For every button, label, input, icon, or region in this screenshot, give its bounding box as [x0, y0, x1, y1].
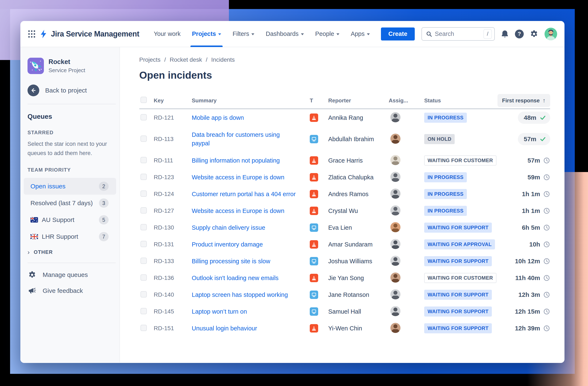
assignee-avatar[interactable] [390, 189, 400, 199]
give-feedback-button[interactable]: Give feedback [27, 287, 116, 295]
issue-summary-link[interactable]: Supply chain delivery issue [192, 223, 265, 232]
help-icon[interactable]: ? [515, 30, 524, 39]
assignee-avatar[interactable] [390, 205, 400, 215]
issue-summary-link[interactable]: Laptop screen has stopped working [192, 290, 288, 299]
sidebar-item-open-issues[interactable]: Open issues 2 [24, 178, 116, 195]
issue-summary-link[interactable]: Customer return portal has a 404 error [192, 190, 296, 198]
table-row[interactable]: RD-111 Billing information not populatin… [139, 152, 550, 169]
notifications-bell-icon[interactable] [501, 30, 509, 38]
issue-type-icon [310, 207, 318, 215]
sidebar-item-lhr-support[interactable]: LHR Support 7 [24, 228, 116, 245]
issue-summary-link[interactable]: Product inventory damage [192, 240, 263, 249]
table-row[interactable]: RD-130 Supply chain delivery issue Eva L… [139, 219, 550, 236]
row-checkbox[interactable] [141, 308, 147, 314]
sidebar-item-au-support[interactable]: AU Support 5 [24, 212, 116, 228]
row-checkbox[interactable] [141, 207, 147, 213]
table-row[interactable]: RD-151 Unusual login behaviour Yi-Wen Ch… [139, 320, 550, 337]
row-checkbox[interactable] [141, 325, 147, 331]
issue-summary-link[interactable]: Unusual login behaviour [192, 324, 257, 333]
issue-summary-link[interactable]: Website access in Europe is down [192, 207, 284, 215]
nav-apps[interactable]: Apps [345, 21, 376, 47]
column-header-reporter[interactable]: Reporter [328, 97, 389, 104]
column-header-status[interactable]: Status [424, 97, 494, 104]
settings-gear-icon[interactable] [530, 30, 538, 39]
column-header-first-response[interactable]: First response ↑ [498, 94, 550, 107]
assignee-avatar[interactable] [390, 323, 400, 333]
issue-type-icon [310, 156, 318, 165]
chevron-down-icon [251, 33, 254, 35]
row-checkbox[interactable] [141, 291, 147, 297]
table-row[interactable]: RD-145 Laptop won’t turn on Samuel Hall … [139, 303, 550, 320]
column-header-summary[interactable]: Summary [192, 97, 310, 104]
row-checkbox[interactable] [141, 174, 147, 180]
nav-projects[interactable]: Projects [186, 21, 227, 47]
nav-filters[interactable]: Filters [227, 21, 260, 47]
table-row[interactable]: RD-123 Website access in Europe is down … [139, 169, 550, 186]
assignee-avatar[interactable] [390, 272, 400, 283]
issue-summary-link[interactable]: Website access in Europe is down [192, 173, 284, 182]
row-checkbox[interactable] [141, 224, 147, 230]
back-to-project-button[interactable]: Back to project [27, 85, 116, 96]
clock-icon [543, 157, 550, 164]
issue-summary-link[interactable]: Data breach for customers using paypal [192, 131, 282, 148]
uk-flag-icon [30, 234, 38, 239]
assignee-avatar[interactable] [390, 134, 400, 144]
row-checkbox[interactable] [141, 114, 147, 120]
status-badge: ON HOLD [424, 134, 455, 144]
megaphone-icon [27, 287, 37, 295]
first-response-time: 57m [527, 157, 540, 164]
assignee-avatar[interactable] [390, 256, 400, 266]
issue-key: RD-145 [154, 308, 192, 315]
nav-people[interactable]: People [310, 21, 345, 47]
column-header-key[interactable]: Key [154, 97, 192, 104]
column-header-type[interactable]: T [310, 97, 328, 104]
row-checkbox[interactable] [141, 258, 147, 264]
table-row[interactable]: RD-140 Laptop screen has stopped working… [139, 286, 550, 303]
issue-summary-link[interactable]: Billing processing site is slow [192, 257, 270, 266]
user-avatar[interactable] [544, 27, 557, 40]
row-checkbox[interactable] [141, 157, 147, 163]
row-checkbox[interactable] [141, 241, 147, 247]
breadcrumb-projects[interactable]: Projects [139, 57, 160, 63]
assignee-avatar[interactable] [390, 155, 400, 165]
assignee-avatar[interactable] [390, 172, 400, 182]
table-row[interactable]: RD-136 Outlook isn't loading new emails … [139, 270, 550, 286]
breadcrumb-incidents[interactable]: Incidents [211, 57, 235, 63]
row-checkbox[interactable] [141, 274, 147, 281]
gear-icon [27, 270, 37, 279]
sidebar-item-resolved[interactable]: Resolved (last 7 days) 3 [24, 195, 116, 212]
reporter-name: Annika Rang [328, 114, 389, 121]
table-row[interactable]: RD-121 Mobile app is down Annika Rang IN… [139, 109, 550, 126]
breadcrumb-rocket-desk[interactable]: Rocket desk [170, 57, 202, 63]
issue-summary-link[interactable]: Mobile app is down [192, 114, 244, 122]
row-checkbox[interactable] [141, 191, 147, 197]
nav-your-work[interactable]: Your work [148, 21, 186, 47]
issue-summary-link[interactable]: Outlook isn't loading new emails [192, 274, 278, 282]
nav-dashboards[interactable]: Dashboards [260, 21, 309, 47]
jira-logo[interactable]: Jira Service Management [39, 29, 139, 39]
assignee-avatar[interactable] [390, 112, 400, 122]
issue-type-icon [310, 173, 318, 181]
table-row[interactable]: RD-127 Website access in Europe is down … [139, 202, 550, 219]
column-header-assignee[interactable]: Assig... [389, 97, 424, 104]
incident-cone-icon [311, 191, 317, 197]
manage-queues-button[interactable]: Manage queues [27, 270, 116, 279]
select-all-checkbox[interactable] [141, 97, 147, 103]
create-button[interactable]: Create [381, 27, 415, 40]
issue-summary-link[interactable]: Laptop won’t turn on [192, 307, 247, 316]
assignee-avatar[interactable] [390, 222, 400, 232]
table-row[interactable]: RD-131 Product inventory damage Amar Sun… [139, 236, 550, 253]
starred-heading: STARRED [27, 130, 116, 135]
table-row[interactable]: RD-124 Customer return portal has a 404 … [139, 186, 550, 202]
app-switcher-icon[interactable] [27, 29, 37, 39]
sidebar-item-other[interactable]: › OTHER [27, 249, 116, 255]
table-row[interactable]: RD-133 Billing processing site is slow J… [139, 253, 550, 270]
assignee-avatar[interactable] [390, 239, 400, 249]
issue-summary-link[interactable]: Billing information not populating [192, 156, 280, 165]
assignee-avatar[interactable] [390, 289, 400, 299]
search-input[interactable]: Search / [421, 27, 495, 41]
assignee-avatar[interactable] [390, 306, 400, 316]
table-row[interactable]: RD-113 Data breach for customers using p… [139, 126, 550, 152]
row-checkbox[interactable] [141, 135, 147, 142]
issue-type-icon [310, 223, 318, 232]
